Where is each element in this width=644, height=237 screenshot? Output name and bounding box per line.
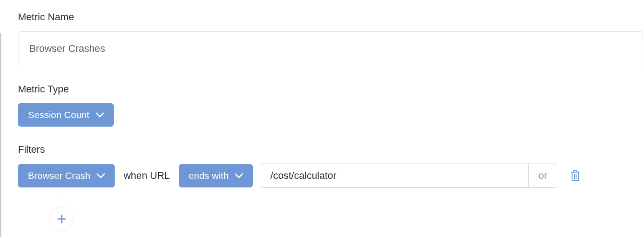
filter-operator-selected: ends with (189, 170, 229, 181)
chevron-down-icon (97, 173, 105, 178)
connector-line (62, 188, 62, 207)
filter-event-dropdown[interactable]: Browser Crash (18, 164, 115, 187)
filter-row: Browser Crash when URL ends with or (18, 164, 644, 188)
left-rail-divider (0, 33, 1, 237)
filter-delete-button[interactable] (565, 169, 581, 182)
metric-type-selected: Session Count (28, 109, 89, 120)
filter-operator-dropdown[interactable]: ends with (179, 164, 253, 187)
metric-type-dropdown[interactable]: Session Count (18, 103, 114, 127)
metric-type-section: Metric Type Session Count (18, 83, 644, 127)
filter-connector (51, 188, 644, 231)
trash-icon (570, 169, 581, 182)
filter-event-selected: Browser Crash (28, 170, 90, 181)
form-content: Metric Name Metric Type Session Count Fi… (0, 0, 644, 231)
chevron-down-icon (235, 173, 243, 178)
metric-name-label: Metric Name (18, 11, 644, 23)
chevron-down-icon (96, 112, 104, 118)
metric-name-input[interactable] (18, 31, 643, 66)
filters-label: Filters (18, 144, 644, 155)
filter-value-input[interactable] (261, 164, 528, 188)
filters-section: Filters Browser Crash when URL ends with… (18, 144, 644, 231)
filter-or-button[interactable]: or (528, 164, 557, 188)
metric-type-label: Metric Type (18, 83, 644, 95)
add-filter-button[interactable] (49, 207, 74, 231)
plus-icon (57, 214, 66, 223)
filter-or-label: or (539, 170, 548, 182)
filter-value-group: or (261, 164, 557, 188)
filter-when-text: when URL (124, 170, 170, 182)
